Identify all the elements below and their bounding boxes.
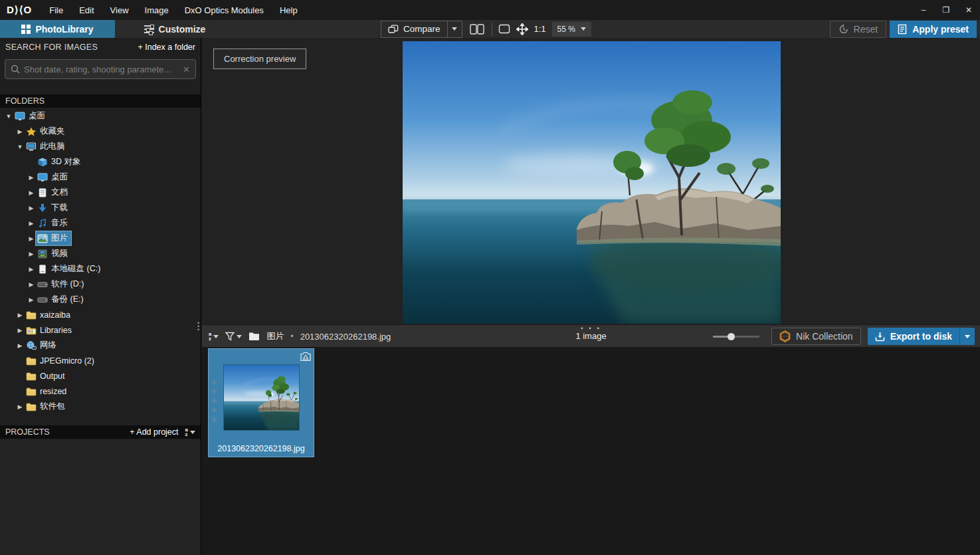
expander-right-icon[interactable]: ▶ [15, 128, 25, 135]
search-box[interactable]: ✕ [5, 59, 196, 79]
photo-preview [403, 41, 781, 324]
star-icon[interactable]: ★ [211, 378, 218, 387]
tab-customize[interactable]: Customize [115, 20, 235, 38]
chevron-down-icon [237, 335, 242, 338]
split-view-icon[interactable] [468, 24, 486, 35]
close-button[interactable]: ✕ [957, 0, 980, 20]
expander-right-icon[interactable]: ▶ [15, 327, 25, 334]
thumbnail-image[interactable] [224, 365, 299, 430]
export-to-disk-button[interactable]: Export to disk [868, 328, 959, 345]
expander-right-icon[interactable]: ▶ [27, 296, 36, 303]
tree-item-桌面[interactable]: ▶桌面 [0, 169, 201, 185]
network-icon [26, 341, 37, 350]
menu-item-image[interactable]: Image [137, 0, 177, 20]
current-folder-label[interactable]: 图片 [266, 330, 284, 342]
tree-item-label: xaizaiba [40, 310, 70, 320]
menu-item-edit[interactable]: Edit [71, 0, 102, 20]
expander-right-icon[interactable]: ▶ [27, 205, 36, 211]
fit-screen-icon[interactable] [498, 24, 510, 34]
correction-preview-button[interactable]: Correction preview [213, 49, 306, 69]
clear-search-icon[interactable]: ✕ [183, 64, 190, 74]
tree-item-Libraries[interactable]: ▶Libraries [0, 322, 201, 338]
reset-button[interactable]: Reset [830, 21, 887, 38]
expander-right-icon[interactable]: ▶ [15, 312, 25, 318]
expander-right-icon[interactable]: ▶ [15, 403, 25, 410]
tree-item-label: 本地磁盘 (C:) [51, 263, 100, 275]
tree-item-音乐[interactable]: ▶音乐 [0, 215, 201, 231]
star-icon[interactable]: ★ [211, 406, 218, 415]
add-project-button[interactable]: + Add project [130, 427, 178, 437]
nik-collection-button[interactable]: Nik Collection [771, 328, 861, 345]
tree-item-JPEGmicro-2-[interactable]: JPEGmicro (2) [0, 353, 201, 368]
tab-photolibrary[interactable]: PhotoLibrary [0, 20, 115, 38]
tree-item-视频[interactable]: ▶视频 [0, 246, 201, 261]
reset-label: Reset [854, 24, 878, 35]
tree-item-桌面[interactable]: ▼桌面 [0, 108, 201, 124]
compare-dropdown[interactable] [447, 21, 462, 37]
sidebar-splitter-grip[interactable]: ••• [197, 322, 201, 332]
export-dropdown[interactable] [959, 328, 975, 345]
music-icon [37, 219, 48, 228]
computer-icon [26, 142, 37, 152]
pan-move-icon[interactable] [516, 23, 528, 35]
index-a-folder-button[interactable]: + Index a folder [138, 43, 195, 52]
tree-item-本地磁盘-C-[interactable]: ▶本地磁盘 (C:) [0, 261, 201, 277]
tree-item-label: 文档 [51, 187, 68, 198]
star-icon[interactable]: ★ [211, 415, 218, 424]
zoom-level-dropdown[interactable]: 55 % [552, 22, 591, 37]
ratio-1to1-button[interactable]: 1:1 [534, 24, 546, 34]
search-input[interactable] [24, 64, 179, 74]
compare-button[interactable]: Compare [381, 21, 447, 37]
tree-item-图片[interactable]: ▶图片 [0, 231, 201, 246]
menu-item-help[interactable]: Help [272, 0, 306, 20]
expander-down-icon[interactable]: ▼ [15, 144, 25, 150]
tree-item-网络[interactable]: ▶网络 [0, 338, 201, 353]
sort-dropdown[interactable]: az [209, 332, 219, 341]
slider-handle[interactable] [728, 333, 735, 340]
tree-item-收藏夹[interactable]: ▶收藏夹 [0, 124, 201, 139]
expander-right-icon[interactable]: ▶ [15, 342, 25, 349]
apply-preset-button[interactable]: Apply preset [890, 21, 977, 38]
filmstrip-splitter-grip[interactable]: ▪ ▪ ▪ [581, 326, 601, 331]
expander-right-icon[interactable]: ▶ [27, 220, 36, 227]
menu-item-view[interactable]: View [102, 0, 137, 20]
expander-down-icon[interactable]: ▼ [4, 113, 13, 120]
projects-header: PROJECTS + Add project az [0, 425, 201, 439]
tree-item-软件包[interactable]: ▶软件包 [0, 399, 201, 414]
projects-sort-dropdown[interactable]: az [185, 427, 195, 437]
maximize-button[interactable]: ❐ [935, 0, 957, 20]
tree-item-备份-E-[interactable]: ▶备份 (E:) [0, 292, 201, 307]
tree-item-3D-对象[interactable]: 3D 对象 [0, 154, 201, 169]
expander-right-icon[interactable]: ▶ [27, 266, 36, 273]
tree-item-resized[interactable]: resized [0, 384, 201, 399]
tree-item-文档[interactable]: ▶文档 [0, 185, 201, 200]
menu-item-dxo-optics-modules[interactable]: DxO Optics Modules [177, 0, 272, 20]
tree-item-Output[interactable]: Output [0, 368, 201, 384]
expander-right-icon[interactable]: ▶ [27, 189, 36, 196]
expander-right-icon[interactable]: ▶ [27, 281, 36, 288]
menu-item-file[interactable]: File [41, 0, 71, 20]
star-icon[interactable]: ★ [211, 388, 218, 396]
minimize-button[interactable]: – [912, 0, 935, 20]
drive-icon [37, 295, 48, 304]
tree-item-xaizaiba[interactable]: ▶xaizaiba [0, 307, 201, 322]
photolibrary-grid-icon [21, 25, 31, 34]
tree-item-软件-D-[interactable]: ▶软件 (D:) [0, 277, 201, 292]
view-toolbar: Compare 1:1 55 % [381, 20, 591, 38]
tree-item-此电脑[interactable]: ▼此电脑 [0, 139, 201, 154]
tree-item-下载[interactable]: ▶下载 [0, 200, 201, 215]
search-section-header: SEARCH FOR IMAGES + Index a folder [0, 38, 201, 56]
star-icon[interactable]: ★ [211, 397, 218, 405]
expander-right-icon[interactable]: ▶ [27, 174, 36, 181]
nik-hexagon-icon [779, 330, 791, 342]
expander-right-icon[interactable]: ▶ [27, 235, 36, 242]
filter-dropdown[interactable] [225, 332, 242, 341]
star-rating[interactable]: ★★★★★ [211, 378, 218, 424]
expander-right-icon[interactable]: ▶ [27, 251, 36, 257]
desktop-icon [15, 112, 25, 121]
projects-empty-area [0, 439, 201, 555]
thumbnail-tile-selected[interactable]: ★★★★★ 2013062320262198.jpg [208, 348, 314, 457]
tree-item-label: resized [40, 387, 66, 396]
sidebar: SEARCH FOR IMAGES + Index a folder ✕ FOL… [0, 38, 201, 555]
thumbnail-size-slider[interactable] [713, 332, 759, 340]
